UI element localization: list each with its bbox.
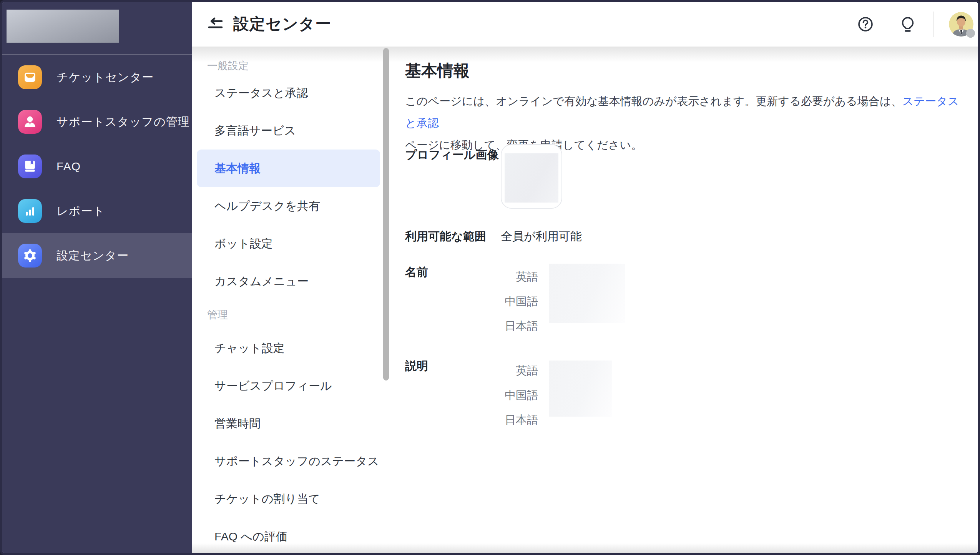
language-label-en: 英語 [501,264,538,289]
field-name: 名前 英語 中国語 日本語 [405,264,960,338]
help-circle-icon[interactable] [857,15,874,33]
profile-image-blurred [505,153,558,203]
settings-nav-item-business-hours[interactable]: 営業時間 [197,405,380,442]
header-divider [933,12,933,37]
settings-nav-item-chat-settings[interactable]: チャット設定 [197,329,380,367]
page-header-title: 設定センター [233,13,331,35]
app-logo-blurred [7,10,119,43]
settings-nav-item-basic-info[interactable]: 基本情報 [197,150,380,187]
settings-nav-item-ticket-assignment[interactable]: チケットの割り当て [197,480,380,518]
field-label: 名前 [405,264,501,338]
sidebar-item-label: サポートスタッフの管理 [56,114,190,130]
description-text-before: このページには、オンラインで有効な基本情報のみが表示されます。更新する必要がある… [405,95,902,107]
language-labels: 英語 中国語 日本語 [501,358,538,432]
sidebar: チケットセンター サポートスタッフの管理 FAQ レポート [2,2,192,553]
settings-nav-item-share-helpdesk[interactable]: ヘルプデスクを共有 [197,187,380,225]
ticket-center-icon [18,65,42,89]
sidebar-item-faq[interactable]: FAQ [2,144,192,189]
main-content: 基本情報 このページには、オンラインで有効な基本情報のみが表示されます。更新する… [390,47,978,553]
settings-nav-item-service-profile[interactable]: サービスプロフィール [197,367,380,405]
language-label-ja: 日本語 [501,407,538,432]
availability-value: 全員が利用可能 [501,229,582,244]
settings-nav-scrollbar[interactable] [383,48,389,381]
settings-nav-item-bot-settings[interactable]: ボット設定 [197,225,380,263]
language-label-zh: 中国語 [501,289,538,314]
settings-nav-item-multilingual[interactable]: 多言語サービス [197,112,380,150]
field-availability: 利用可能な範囲 全員が利用可能 [405,229,960,244]
content-description: このページには、オンラインで有効な基本情報のみが表示されます。更新する必要がある… [405,90,960,156]
language-label-zh: 中国語 [501,383,538,407]
header: 設定センター [192,2,978,47]
user-avatar[interactable] [949,12,973,37]
faq-book-icon [18,155,42,178]
collapse-sidebar-icon[interactable] [206,16,224,32]
sidebar-item-label: レポート [56,203,105,219]
settings-nav: 一般設定 ステータスと承認 多言語サービス 基本情報 ヘルプデスクを共有 ボット… [192,47,390,553]
field-description: 説明 英語 中国語 日本語 [405,358,960,432]
header-actions [857,12,973,37]
settings-nav-item-status-approval[interactable]: ステータスと承認 [197,74,380,112]
name-values-blurred [549,264,625,323]
app-window: チケットセンター サポートスタッフの管理 FAQ レポート [0,0,980,555]
language-label-en: 英語 [501,358,538,383]
description-values-blurred [549,361,612,417]
lightbulb-icon[interactable] [899,15,917,33]
presence-badge [966,29,975,38]
language-label-ja: 日本語 [501,314,538,338]
settings-nav-item-custom-menu[interactable]: カスタムメニュー [197,263,380,300]
language-labels: 英語 中国語 日本語 [501,264,538,338]
sidebar-nav: チケットセンター サポートスタッフの管理 FAQ レポート [2,55,192,278]
field-profile-image: プロフィール画像 [405,147,960,209]
sidebar-item-label: 設定センター [56,248,129,264]
sidebar-item-report[interactable]: レポート [2,189,192,233]
settings-nav-item-faq-rating[interactable]: FAQ への評価 [197,518,380,553]
settings-nav-section-general: 一般設定 [192,57,390,74]
settings-nav-item-staff-status[interactable]: サポートスタッフのステータス [197,442,380,480]
report-chart-icon [18,199,42,223]
settings-gear-icon [18,244,42,268]
sidebar-item-label: FAQ [56,160,81,173]
sidebar-item-ticket-center[interactable]: チケットセンター [2,55,192,100]
sidebar-item-label: チケットセンター [56,70,154,85]
support-staff-icon [18,110,42,134]
profile-image-frame [501,144,562,209]
field-label: プロフィール画像 [405,147,501,209]
field-label: 利用可能な範囲 [405,229,501,244]
field-label: 説明 [405,358,501,432]
sidebar-item-settings-center[interactable]: 設定センター [2,233,192,278]
settings-nav-section-admin: 管理 [192,300,390,329]
content-title: 基本情報 [405,61,960,80]
sidebar-item-support-staff[interactable]: サポートスタッフの管理 [2,100,192,144]
